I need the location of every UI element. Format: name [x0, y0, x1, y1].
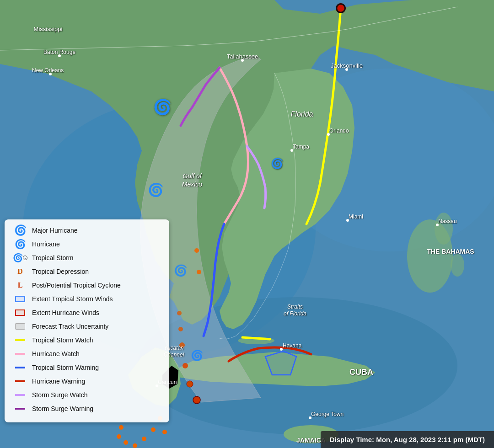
svg-point-41: [49, 73, 52, 75]
svg-point-71: [337, 4, 345, 12]
map-container: 🌀 🌀 🌀 🌀: [0, 0, 494, 448]
legend-item-major-hurricane: 🌀 Major Hurricane: [12, 225, 162, 236]
svg-point-14: [193, 396, 200, 404]
svg-point-21: [194, 248, 199, 253]
svg-point-18: [178, 327, 183, 331]
svg-point-45: [345, 68, 348, 71]
legend-item-hurricane-warning: Hurricane Warning: [12, 376, 162, 387]
svg-point-32: [142, 437, 146, 441]
svg-point-12: [451, 254, 464, 277]
tropical-storm-watch-icon: [12, 335, 28, 346]
svg-point-64: [436, 224, 439, 226]
hurricane-icon: 🌀: [12, 239, 28, 250]
svg-point-58: [280, 348, 283, 351]
svg-text:Florida: Florida: [291, 110, 313, 118]
svg-point-34: [124, 440, 128, 445]
legend-item-extent-hurricane: Extent Hurricane Winds: [12, 307, 162, 318]
tropical-depression-icon: D: [12, 266, 28, 277]
svg-point-48: [327, 133, 330, 136]
svg-text:CUBA: CUBA: [349, 368, 373, 377]
svg-point-16: [183, 363, 188, 368]
svg-point-20: [197, 270, 201, 274]
svg-point-30: [151, 427, 156, 432]
legend-item-extent-tropical-storm: Extent Tropical Storm Winds: [12, 293, 162, 304]
legend-item-post-potential: L Post/Potential Tropical Cyclone: [12, 280, 162, 291]
svg-text:🌀: 🌀: [191, 349, 204, 362]
svg-point-31: [162, 430, 167, 434]
legend-item-tropical-storm-watch: Tropical Storm Watch: [12, 335, 162, 346]
hurricane-watch-icon: [12, 348, 28, 359]
svg-text:Havana: Havana: [283, 342, 302, 349]
extent-hurricane-icon: [12, 307, 28, 318]
svg-text:Miami: Miami: [349, 213, 363, 220]
forecast-track-icon: [12, 321, 28, 332]
svg-text:Tampa: Tampa: [293, 144, 309, 150]
svg-text:Mexico: Mexico: [182, 181, 203, 188]
tropical-storm-icon: 🌀 •: [12, 252, 28, 263]
svg-text:🌀: 🌀: [271, 157, 284, 170]
svg-text:Baton Rouge: Baton Rouge: [43, 49, 75, 55]
hurricane-warning-icon: [12, 376, 28, 387]
svg-text:🌀: 🌀: [174, 264, 188, 277]
legend-item-hurricane-watch: Hurricane Watch: [12, 348, 162, 359]
svg-point-39: [58, 54, 61, 57]
svg-text:Gulf of: Gulf of: [183, 172, 202, 180]
svg-text:New Orleans: New Orleans: [32, 67, 64, 74]
svg-point-15: [187, 381, 193, 387]
svg-text:of Florida: of Florida: [284, 310, 306, 317]
legend-item-storm-surge-warning: Storm Surge Warning: [12, 403, 162, 414]
svg-point-35: [117, 434, 121, 439]
storm-surge-warning-icon: [12, 403, 28, 414]
svg-point-33: [133, 443, 137, 448]
svg-point-50: [290, 149, 293, 152]
legend-item-forecast-track: Forecast Track Uncertainty: [12, 321, 162, 332]
legend-item-tropical-depression: D Tropical Depression: [12, 266, 162, 277]
legend-item-tropical-storm: 🌀 • Tropical Storm: [12, 252, 162, 263]
tropical-storm-warning-icon: [12, 362, 28, 373]
svg-text:🌀: 🌀: [148, 182, 164, 197]
post-potential-icon: L: [12, 280, 28, 291]
svg-text:Tallahassee: Tallahassee: [227, 53, 258, 60]
svg-text:Mississippi: Mississippi: [34, 26, 63, 32]
svg-text:George Town: George Town: [311, 411, 344, 417]
svg-point-68: [309, 416, 311, 419]
legend-item-hurricane: 🌀 Hurricane: [12, 239, 162, 250]
svg-point-19: [177, 311, 182, 315]
status-bar: Display Time: Mon, Aug 28, 2023 2:11 pm …: [321, 431, 494, 448]
legend-item-tropical-storm-warning: Tropical Storm Warning: [12, 362, 162, 373]
svg-point-11: [435, 213, 453, 245]
svg-text:Jacksonville: Jacksonville: [331, 62, 363, 69]
legend-item-storm-surge-watch: Storm Surge Watch: [12, 389, 162, 400]
svg-text:🌀: 🌀: [153, 98, 172, 116]
svg-text:Straits: Straits: [287, 304, 303, 310]
extent-tropical-storm-icon: [12, 293, 28, 304]
svg-point-43: [241, 59, 244, 62]
svg-text:THE BAHAMAS: THE BAHAMAS: [427, 248, 474, 255]
major-hurricane-icon: 🌀: [12, 225, 28, 236]
storm-surge-watch-icon: [12, 389, 28, 400]
svg-point-36: [119, 425, 124, 430]
legend-panel: 🌀 Major Hurricane 🌀 Hurricane 🌀 • Tropic…: [5, 219, 169, 422]
svg-text:Orlando: Orlando: [329, 128, 349, 134]
svg-text:Nassau: Nassau: [438, 218, 457, 224]
svg-point-52: [346, 219, 349, 222]
